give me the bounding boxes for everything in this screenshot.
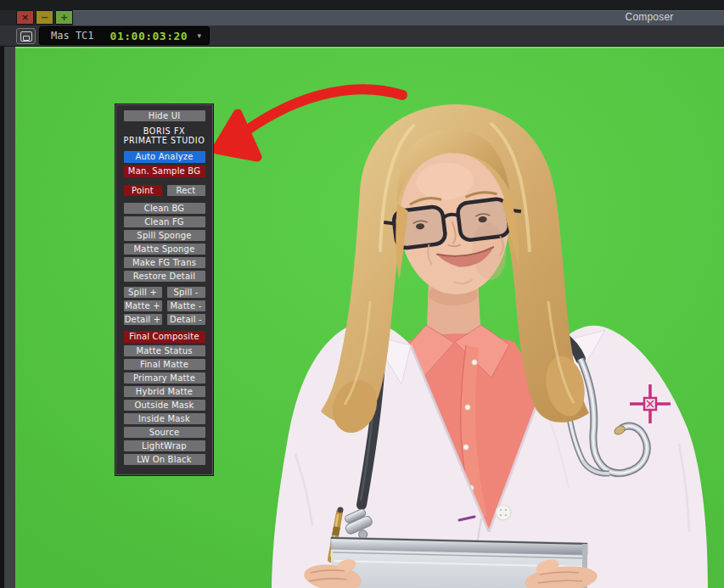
manual-sample-bg-button[interactable]: Man. Sample BG <box>124 165 205 177</box>
tool-buttons: Clean BG Clean FG Spill Sponge Matte Spo… <box>116 203 212 282</box>
monitor-mode-button[interactable] <box>16 28 36 44</box>
clean-bg-button[interactable]: Clean BG <box>124 203 205 214</box>
window-title: Composer <box>594 11 704 23</box>
matte-minus-button[interactable]: Matte - <box>167 300 205 311</box>
monitor-icon-inner <box>23 36 30 41</box>
window-controls: × − + <box>16 10 73 25</box>
spill-minus-button[interactable]: Spill - <box>167 287 205 298</box>
rect-mode-button[interactable]: Rect <box>167 185 205 196</box>
window-top-strip <box>0 0 724 10</box>
matte-plus-button[interactable]: Matte + <box>124 300 162 311</box>
clean-fg-button[interactable]: Clean FG <box>124 216 205 227</box>
view-lightwrap-button[interactable]: LightWrap <box>124 440 205 451</box>
window-close-button[interactable]: × <box>16 10 34 25</box>
panel-title-line2: PRIMATTE STUDIO <box>113 136 216 145</box>
composer-toolbar: Mas TC1 01:00:03:20 ▾ <box>0 25 724 47</box>
timecode-value: 01:00:03:20 <box>110 30 188 42</box>
view-source-button[interactable]: Source <box>124 427 205 438</box>
view-inside-mask-button[interactable]: Inside Mask <box>124 413 205 424</box>
left-gutter <box>0 47 15 588</box>
matte-sponge-button[interactable]: Matte Sponge <box>124 244 205 255</box>
chevron-down-icon[interactable]: ▾ <box>197 31 201 40</box>
adjust-buttons: Spill + Spill - Matte + Matte - Detail +… <box>116 287 212 325</box>
view-final-matte-button[interactable]: Final Matte <box>124 359 205 370</box>
sample-mode-row: Point Rect <box>124 185 205 196</box>
window-zoom-button[interactable]: + <box>55 10 73 25</box>
view-lw-on-black-button[interactable]: LW On Black <box>124 454 205 465</box>
view-matte-status-button[interactable]: Matte Status <box>124 345 205 356</box>
timecode-display[interactable]: Mas TC1 01:00:03:20 ▾ <box>39 26 210 45</box>
panel-title-line1: BORIS FX <box>113 126 216 136</box>
view-hybrid-matte-button[interactable]: Hybrid Matte <box>124 386 205 397</box>
avid-composer-window: { "window": { "title": "Composer", "cont… <box>0 0 724 588</box>
track-label: Mas TC1 <box>51 30 94 42</box>
panel-title: BORIS FX PRIMATTE STUDIO <box>113 126 216 145</box>
hide-ui-button[interactable]: Hide UI <box>124 110 205 121</box>
detail-minus-button[interactable]: Detail - <box>167 314 205 325</box>
restore-detail-button[interactable]: Restore Detail <box>124 271 205 282</box>
make-fg-trans-button[interactable]: Make FG Trans <box>124 257 205 268</box>
spill-plus-button[interactable]: Spill + <box>124 287 162 298</box>
coat-button <box>496 505 511 520</box>
point-mode-button[interactable]: Point <box>124 185 162 196</box>
detail-plus-button[interactable]: Detail + <box>124 314 162 325</box>
view-final-composite-button[interactable]: Final Composite <box>124 331 205 343</box>
view-primary-matte-button[interactable]: Primary Matte <box>124 372 205 384</box>
view-outside-mask-button[interactable]: Outside Mask <box>124 400 205 411</box>
primatte-panel: Hide UI BORIS FX PRIMATTE STUDIO Auto An… <box>115 104 213 475</box>
spill-sponge-button[interactable]: Spill Sponge <box>124 230 205 241</box>
window-minimize-button[interactable]: − <box>36 10 53 25</box>
view-buttons: Final Composite Matte Status Final Matte… <box>116 331 212 465</box>
title-bar: Composer <box>0 10 724 25</box>
auto-analyze-button[interactable]: Auto Analyze <box>124 151 205 163</box>
